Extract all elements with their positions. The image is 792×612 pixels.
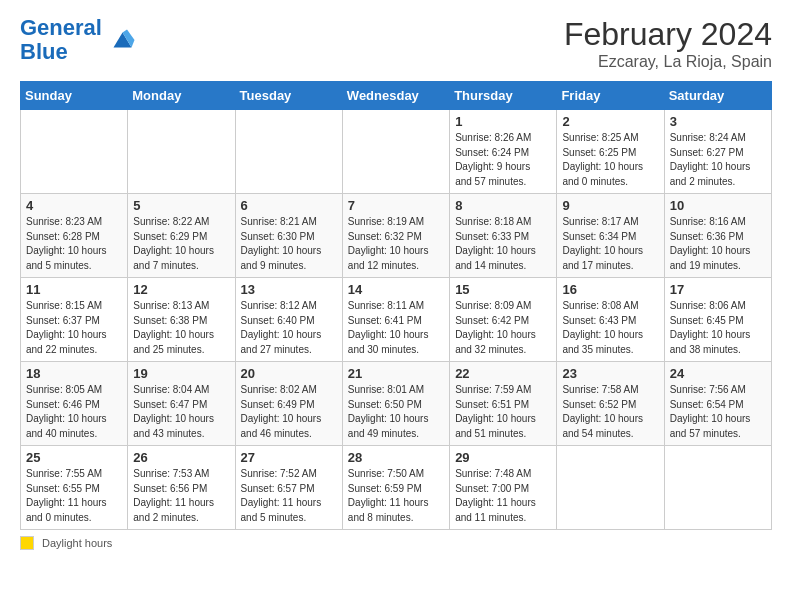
day-number: 11 [26, 282, 122, 297]
calendar-cell: 15Sunrise: 8:09 AM Sunset: 6:42 PM Dayli… [450, 278, 557, 362]
calendar-cell: 4Sunrise: 8:23 AM Sunset: 6:28 PM Daylig… [21, 194, 128, 278]
day-number: 16 [562, 282, 658, 297]
calendar-cell: 29Sunrise: 7:48 AM Sunset: 7:00 PM Dayli… [450, 446, 557, 530]
footer-legend: Daylight hours [20, 536, 112, 550]
calendar-cell: 19Sunrise: 8:04 AM Sunset: 6:47 PM Dayli… [128, 362, 235, 446]
day-info: Sunrise: 8:16 AM Sunset: 6:36 PM Dayligh… [670, 215, 766, 273]
day-number: 17 [670, 282, 766, 297]
day-info: Sunrise: 7:52 AM Sunset: 6:57 PM Dayligh… [241, 467, 337, 525]
day-number: 3 [670, 114, 766, 129]
calendar-cell: 23Sunrise: 7:58 AM Sunset: 6:52 PM Dayli… [557, 362, 664, 446]
day-info: Sunrise: 8:22 AM Sunset: 6:29 PM Dayligh… [133, 215, 229, 273]
week-row-2: 4Sunrise: 8:23 AM Sunset: 6:28 PM Daylig… [21, 194, 772, 278]
day-info: Sunrise: 7:56 AM Sunset: 6:54 PM Dayligh… [670, 383, 766, 441]
calendar-cell [557, 446, 664, 530]
legend-box [20, 536, 34, 550]
day-info: Sunrise: 8:12 AM Sunset: 6:40 PM Dayligh… [241, 299, 337, 357]
day-number: 5 [133, 198, 229, 213]
column-header-wednesday: Wednesday [342, 82, 449, 110]
calendar-cell: 21Sunrise: 8:01 AM Sunset: 6:50 PM Dayli… [342, 362, 449, 446]
calendar-cell [128, 110, 235, 194]
column-header-monday: Monday [128, 82, 235, 110]
day-number: 24 [670, 366, 766, 381]
calendar-cell: 24Sunrise: 7:56 AM Sunset: 6:54 PM Dayli… [664, 362, 771, 446]
day-info: Sunrise: 8:01 AM Sunset: 6:50 PM Dayligh… [348, 383, 444, 441]
day-info: Sunrise: 8:05 AM Sunset: 6:46 PM Dayligh… [26, 383, 122, 441]
day-number: 21 [348, 366, 444, 381]
day-info: Sunrise: 7:59 AM Sunset: 6:51 PM Dayligh… [455, 383, 551, 441]
day-info: Sunrise: 8:08 AM Sunset: 6:43 PM Dayligh… [562, 299, 658, 357]
day-number: 6 [241, 198, 337, 213]
day-number: 23 [562, 366, 658, 381]
day-number: 27 [241, 450, 337, 465]
day-number: 20 [241, 366, 337, 381]
calendar-cell: 26Sunrise: 7:53 AM Sunset: 6:56 PM Dayli… [128, 446, 235, 530]
day-number: 8 [455, 198, 551, 213]
day-info: Sunrise: 8:09 AM Sunset: 6:42 PM Dayligh… [455, 299, 551, 357]
day-number: 10 [670, 198, 766, 213]
calendar-cell: 22Sunrise: 7:59 AM Sunset: 6:51 PM Dayli… [450, 362, 557, 446]
day-number: 9 [562, 198, 658, 213]
day-info: Sunrise: 8:17 AM Sunset: 6:34 PM Dayligh… [562, 215, 658, 273]
day-number: 22 [455, 366, 551, 381]
logo-text: General Blue [20, 16, 102, 64]
day-info: Sunrise: 7:58 AM Sunset: 6:52 PM Dayligh… [562, 383, 658, 441]
week-row-5: 25Sunrise: 7:55 AM Sunset: 6:55 PM Dayli… [21, 446, 772, 530]
day-info: Sunrise: 8:19 AM Sunset: 6:32 PM Dayligh… [348, 215, 444, 273]
calendar-cell: 10Sunrise: 8:16 AM Sunset: 6:36 PM Dayli… [664, 194, 771, 278]
column-header-friday: Friday [557, 82, 664, 110]
calendar-cell: 5Sunrise: 8:22 AM Sunset: 6:29 PM Daylig… [128, 194, 235, 278]
day-info: Sunrise: 8:24 AM Sunset: 6:27 PM Dayligh… [670, 131, 766, 189]
calendar-footer: Daylight hours [20, 536, 772, 550]
logo-icon [106, 25, 136, 55]
column-header-thursday: Thursday [450, 82, 557, 110]
calendar-header-row: SundayMondayTuesdayWednesdayThursdayFrid… [21, 82, 772, 110]
day-info: Sunrise: 8:23 AM Sunset: 6:28 PM Dayligh… [26, 215, 122, 273]
day-number: 7 [348, 198, 444, 213]
column-header-saturday: Saturday [664, 82, 771, 110]
calendar-cell: 14Sunrise: 8:11 AM Sunset: 6:41 PM Dayli… [342, 278, 449, 362]
calendar-cell: 20Sunrise: 8:02 AM Sunset: 6:49 PM Dayli… [235, 362, 342, 446]
page-header: General Blue February 2024 Ezcaray, La R… [20, 16, 772, 71]
calendar-cell [342, 110, 449, 194]
legend-label: Daylight hours [42, 537, 112, 549]
day-number: 13 [241, 282, 337, 297]
calendar-cell: 2Sunrise: 8:25 AM Sunset: 6:25 PM Daylig… [557, 110, 664, 194]
column-header-tuesday: Tuesday [235, 82, 342, 110]
day-number: 12 [133, 282, 229, 297]
calendar-cell: 16Sunrise: 8:08 AM Sunset: 6:43 PM Dayli… [557, 278, 664, 362]
calendar-cell [664, 446, 771, 530]
day-info: Sunrise: 7:55 AM Sunset: 6:55 PM Dayligh… [26, 467, 122, 525]
column-header-sunday: Sunday [21, 82, 128, 110]
week-row-1: 1Sunrise: 8:26 AM Sunset: 6:24 PM Daylig… [21, 110, 772, 194]
day-info: Sunrise: 7:48 AM Sunset: 7:00 PM Dayligh… [455, 467, 551, 525]
day-info: Sunrise: 8:11 AM Sunset: 6:41 PM Dayligh… [348, 299, 444, 357]
day-info: Sunrise: 8:15 AM Sunset: 6:37 PM Dayligh… [26, 299, 122, 357]
day-number: 28 [348, 450, 444, 465]
calendar-cell: 8Sunrise: 8:18 AM Sunset: 6:33 PM Daylig… [450, 194, 557, 278]
calendar-cell: 11Sunrise: 8:15 AM Sunset: 6:37 PM Dayli… [21, 278, 128, 362]
day-info: Sunrise: 8:21 AM Sunset: 6:30 PM Dayligh… [241, 215, 337, 273]
logo: General Blue [20, 16, 136, 64]
day-info: Sunrise: 8:18 AM Sunset: 6:33 PM Dayligh… [455, 215, 551, 273]
day-info: Sunrise: 8:02 AM Sunset: 6:49 PM Dayligh… [241, 383, 337, 441]
calendar-cell [235, 110, 342, 194]
calendar-table: SundayMondayTuesdayWednesdayThursdayFrid… [20, 81, 772, 530]
day-info: Sunrise: 8:26 AM Sunset: 6:24 PM Dayligh… [455, 131, 551, 189]
calendar-cell: 25Sunrise: 7:55 AM Sunset: 6:55 PM Dayli… [21, 446, 128, 530]
day-number: 15 [455, 282, 551, 297]
calendar-cell: 28Sunrise: 7:50 AM Sunset: 6:59 PM Dayli… [342, 446, 449, 530]
day-number: 14 [348, 282, 444, 297]
calendar-cell: 6Sunrise: 8:21 AM Sunset: 6:30 PM Daylig… [235, 194, 342, 278]
day-number: 2 [562, 114, 658, 129]
month-year-title: February 2024 [564, 16, 772, 53]
day-number: 18 [26, 366, 122, 381]
day-number: 19 [133, 366, 229, 381]
calendar-cell: 3Sunrise: 8:24 AM Sunset: 6:27 PM Daylig… [664, 110, 771, 194]
day-number: 1 [455, 114, 551, 129]
location-title: Ezcaray, La Rioja, Spain [564, 53, 772, 71]
day-number: 29 [455, 450, 551, 465]
calendar-cell: 18Sunrise: 8:05 AM Sunset: 6:46 PM Dayli… [21, 362, 128, 446]
calendar-cell [21, 110, 128, 194]
day-info: Sunrise: 8:13 AM Sunset: 6:38 PM Dayligh… [133, 299, 229, 357]
